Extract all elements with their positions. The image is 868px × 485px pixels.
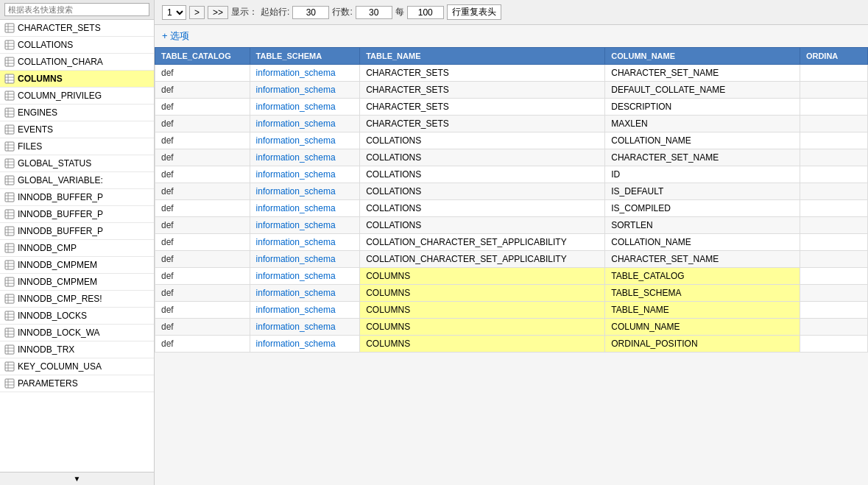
sidebar-item-innodb-buffer-p[interactable]: INNODB_BUFFER_P [0,223,154,240]
sidebar-item-parameters[interactable]: PARAMETERS [0,375,154,392]
repeat-header-button[interactable]: 行重复表头 [447,4,501,20]
sidebar: CHARACTER_SETS COLLATIONS COLLATION_CHAR… [0,0,155,485]
td-ordinal [800,132,867,149]
table-row: definformation_schemaCHARACTER_SETSDEFAU… [155,82,868,99]
td-schema: information_schema [250,99,360,116]
td-catalog: def [155,116,250,132]
td-table-name: CHARACTER_SETS [360,116,605,132]
table-row: definformation_schemaCOLLATIONSIS_COMPIL… [155,200,868,217]
sidebar-item-innodb-trx[interactable]: INNODB_TRX [0,341,154,358]
th-table-catalog[interactable]: TABLE_CATALOG [155,48,250,65]
sidebar-item-label: COLLATIONS [18,40,73,50]
td-ordinal [800,116,867,132]
sidebar-item-label: COLUMNS [18,74,63,84]
per-value-input[interactable] [407,6,444,19]
next-page-button[interactable]: > [189,6,205,19]
per-label: 每 [395,6,404,18]
row-count-input[interactable] [356,6,392,19]
options-link[interactable]: + 选项 [162,30,189,41]
td-schema: information_schema [250,82,360,99]
sidebar-item-character-sets[interactable]: CHARACTER_SETS [0,20,154,37]
table-row: definformation_schemaCOLLATIONSSORTLEN [155,217,868,234]
sidebar-item-innodb-locks[interactable]: INNODB_LOCKS [0,308,154,325]
svg-rect-64 [5,294,14,303]
sidebar-item-collation-chara[interactable]: COLLATION_CHARA [0,54,154,71]
table-icon [4,91,15,101]
next-next-page-button[interactable]: >> [208,6,228,19]
sidebar-item-key-column-usa[interactable]: KEY_COLUMN_USA [0,358,154,375]
th-column-name[interactable]: COLUMN_NAME [605,48,800,65]
start-row-input[interactable] [292,6,329,19]
svg-rect-48 [5,227,14,236]
sidebar-item-files[interactable]: FILES [0,138,154,155]
svg-rect-0 [5,24,14,32]
sidebar-item-innodb-cmp[interactable]: INNODB_CMP [0,240,154,257]
th-table-name[interactable]: TABLE_NAME [360,48,605,65]
sidebar-item-events[interactable]: EVENTS [0,121,154,138]
th-ordinal[interactable]: ORDINA [800,48,867,65]
sidebar-item-label: INNODB_CMP [18,243,77,253]
svg-rect-52 [5,244,14,252]
td-column-name: IS_DEFAULT [605,183,800,200]
pagination-bar: 1 > >> 显示： 起始行: 行数: 每 行重复表头 [155,0,868,25]
page-select[interactable]: 1 [162,5,186,20]
table-icon [4,192,15,202]
td-schema: information_schema [250,234,360,251]
sidebar-item-label: INNODB_LOCK_WA [18,328,100,338]
td-schema: information_schema [250,116,360,132]
td-schema: information_schema [250,336,360,353]
table-icon [4,344,15,355]
td-column-name: ORDINAL_POSITION [605,336,800,353]
td-column-name: COLLATION_NAME [605,132,800,149]
sidebar-item-column-privileg[interactable]: COLUMN_PRIVILEG [0,88,154,105]
sidebar-item-collations[interactable]: COLLATIONS [0,37,154,54]
td-catalog: def [155,132,250,149]
td-table-name: COLUMNS [360,285,605,302]
table-icon [4,158,15,169]
sidebar-item-engines[interactable]: ENGINES [0,105,154,121]
display-label: 显示： [231,6,258,18]
table-icon [4,57,15,67]
table-row: definformation_schemaCOLUMNSORDINAL_POSI… [155,336,868,353]
td-column-name: DESCRIPTION [605,99,800,116]
sidebar-scroll-down[interactable]: ▼ [0,472,154,485]
sidebar-item-label: INNODB_BUFFER_P [18,192,103,202]
td-catalog: def [155,99,250,116]
table-icon [4,124,15,135]
td-ordinal [800,217,867,234]
td-schema: information_schema [250,268,360,285]
td-table-name: CHARACTER_SETS [360,99,605,116]
td-catalog: def [155,200,250,217]
sidebar-item-innodb-lock-wa[interactable]: INNODB_LOCK_WA [0,325,154,341]
td-column-name: CHARACTER_SET_NAME [605,149,800,166]
svg-rect-60 [5,277,14,286]
sidebar-item-global-variable-[interactable]: GLOBAL_VARIABLE: [0,172,154,189]
th-table-schema[interactable]: TABLE_SCHEMA [250,48,360,65]
td-ordinal [800,302,867,319]
table-icon [4,294,15,304]
td-catalog: def [155,183,250,200]
table-icon [4,243,15,253]
start-row-label: 起始行: [261,6,289,18]
sidebar-item-label: EVENTS [18,124,53,135]
sidebar-item-columns[interactable]: COLUMNS [0,71,154,88]
sidebar-item-innodb-buffer-p[interactable]: INNODB_BUFFER_P [0,206,154,223]
sidebar-item-innodb-cmpmem[interactable]: INNODB_CMPMEM [0,274,154,291]
td-column-name: TABLE_NAME [605,302,800,319]
sidebar-item-innodb-cmpmem[interactable]: INNODB_CMPMEM [0,257,154,274]
svg-rect-32 [5,159,14,168]
td-schema: information_schema [250,183,360,200]
td-schema: information_schema [250,200,360,217]
td-catalog: def [155,302,250,319]
sidebar-item-global-status[interactable]: GLOBAL_STATUS [0,155,154,172]
table-icon [4,260,15,270]
sidebar-item-innodb-cmp-res-[interactable]: INNODB_CMP_RES! [0,291,154,308]
sidebar-item-label: COLLATION_CHARA [18,57,103,67]
svg-rect-40 [5,193,14,202]
td-ordinal [800,183,867,200]
table-icon [4,74,15,84]
td-ordinal [800,149,867,166]
search-input[interactable] [4,3,149,16]
svg-rect-8 [5,57,14,66]
sidebar-item-innodb-buffer-p[interactable]: INNODB_BUFFER_P [0,189,154,206]
